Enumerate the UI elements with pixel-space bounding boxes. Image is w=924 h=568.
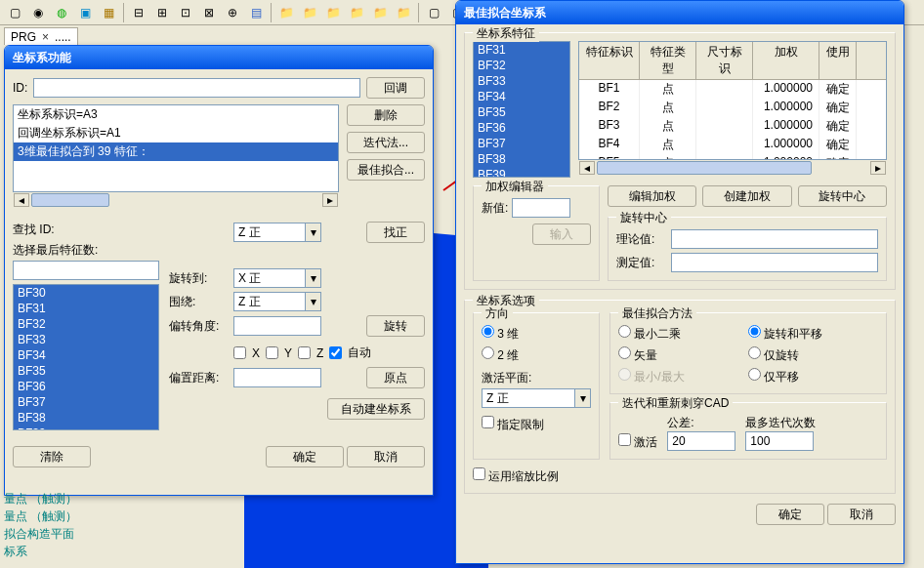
id-input[interactable]: [33, 78, 360, 98]
chk-limit[interactable]: [482, 416, 494, 428]
log-line[interactable]: 拟合构造平面: [4, 525, 77, 543]
list-item[interactable]: BF35: [474, 104, 569, 120]
table-header[interactable]: 加权: [753, 42, 819, 79]
table-row[interactable]: BF4点1.000000确定: [579, 136, 886, 154]
list-item[interactable]: BF34: [14, 347, 158, 363]
table-row[interactable]: BF3点1.000000确定: [579, 117, 886, 136]
radio-3d[interactable]: [482, 325, 494, 338]
origin-button[interactable]: 原点: [366, 367, 425, 388]
tol-input[interactable]: [667, 431, 735, 451]
tb-droplet-icon[interactable]: ◉: [27, 2, 49, 23]
delete-button[interactable]: 删除: [347, 104, 425, 126]
recall-button[interactable]: 回调: [366, 77, 425, 99]
list-item[interactable]: BF32: [474, 58, 569, 73]
find-align-button[interactable]: 找正: [366, 222, 425, 243]
tb-e5-icon[interactable]: ⊕: [222, 2, 243, 23]
lastn-input[interactable]: [13, 261, 159, 280]
list-item[interactable]: BF31: [14, 301, 158, 316]
tb-prism-icon[interactable]: ◍: [51, 2, 72, 23]
chk-iter-active[interactable]: [618, 433, 631, 446]
chk-x[interactable]: [233, 346, 246, 359]
log-line[interactable]: 量点 （触测）: [4, 490, 77, 507]
radio-rotonly[interactable]: [748, 346, 761, 359]
log-listbox[interactable]: 坐标系标识=A3 回调坐标系标识=A1 3维最佳拟合到 39 特征：: [13, 104, 339, 192]
list-item[interactable]: BF38: [14, 410, 158, 426]
tb-f5-icon[interactable]: 📁: [369, 2, 391, 23]
autobuild-button[interactable]: 自动建坐标系: [327, 398, 425, 420]
dlg1-titlebar[interactable]: 坐标系功能: [5, 46, 433, 69]
tb-box-icon[interactable]: ▣: [74, 2, 96, 23]
radio-2d[interactable]: [482, 346, 494, 359]
table-header[interactable]: 特征标识: [579, 42, 640, 79]
radio-vec[interactable]: [618, 346, 631, 359]
measured-input[interactable]: [671, 253, 878, 272]
rot-center-button[interactable]: 旋转中心: [798, 185, 887, 207]
table-hscroll[interactable]: ◂▸: [578, 160, 887, 176]
chk-auto[interactable]: [329, 346, 342, 359]
tb-f4-icon[interactable]: 📁: [346, 2, 367, 23]
dlg1-cancel-button[interactable]: 取消: [347, 446, 425, 467]
z-plane-combo[interactable]: Z 正▾: [482, 388, 591, 408]
table-row[interactable]: BF1点1.000000确定: [579, 80, 886, 99]
offset-dist-input[interactable]: [233, 368, 321, 387]
list-item[interactable]: BF36: [474, 120, 569, 136]
new-value-input[interactable]: [512, 198, 570, 218]
tb-f1-icon[interactable]: 📁: [275, 2, 297, 23]
list-item[interactable]: BF33: [14, 332, 158, 347]
tb-f2-icon[interactable]: 📁: [299, 2, 320, 23]
list-item[interactable]: BF36: [14, 379, 158, 394]
file-tab[interactable]: PRG × .....: [4, 27, 78, 45]
edit-weight-button[interactable]: 编辑加权: [608, 185, 696, 207]
close-tab-icon[interactable]: ×: [42, 30, 49, 44]
list-item[interactable]: BF37: [474, 136, 569, 151]
list-item[interactable]: BF30: [14, 285, 158, 301]
list-item[interactable]: BF31: [474, 42, 569, 58]
table-header[interactable]: 特征类型: [640, 42, 696, 79]
x-axis-combo[interactable]: X 正▾: [233, 268, 321, 288]
create-weight-button[interactable]: 创建加权: [702, 185, 791, 207]
tb-e3-icon[interactable]: ⊡: [175, 2, 196, 23]
table-header[interactable]: 使用: [819, 42, 857, 79]
chk-scale[interactable]: [473, 467, 485, 480]
tb-e1-icon[interactable]: ⊟: [128, 2, 149, 23]
radio-rottrans[interactable]: [748, 325, 761, 338]
list-item[interactable]: BF37: [14, 394, 158, 410]
list-item[interactable]: BF38: [474, 151, 569, 167]
dlg2-cancel-button[interactable]: 取消: [827, 504, 896, 525]
rotate-button[interactable]: 旋转: [366, 315, 425, 337]
bf-listbox[interactable]: BF30BF31BF32BF33BF34BF35BF36BF37BF38BF39: [13, 284, 159, 430]
list-item[interactable]: BF34: [474, 89, 569, 104]
radio-lsq[interactable]: [618, 325, 631, 338]
feature-table[interactable]: 特征标识特征类型尺寸标识加权使用 BF1点1.000000确定BF2点1.000…: [578, 41, 887, 160]
list-item[interactable]: BF33: [474, 73, 569, 89]
tb-ruler-icon[interactable]: ▦: [98, 2, 119, 23]
list-item[interactable]: BF39: [14, 426, 158, 430]
log-hscroll[interactable]: ◂▸: [13, 192, 339, 208]
input-button[interactable]: 输入: [532, 223, 591, 245]
clear-button[interactable]: 清除: [13, 446, 91, 467]
dlg1-ok-button[interactable]: 确定: [266, 446, 344, 467]
feature-listbox[interactable]: BF31BF32BF33BF34BF35BF36BF37BF38BF39: [473, 41, 570, 178]
table-header[interactable]: 尺寸标识: [696, 42, 753, 79]
list-item[interactable]: BF32: [14, 316, 158, 332]
list-item[interactable]: BF35: [14, 363, 158, 379]
log-line[interactable]: 量点 （触测）: [4, 507, 77, 525]
radio-transonly[interactable]: [748, 368, 761, 381]
list-item[interactable]: BF39: [474, 167, 569, 178]
tb-e2-icon[interactable]: ⊞: [151, 2, 173, 23]
tb-b1-icon[interactable]: ▢: [423, 2, 444, 23]
maxiter-input[interactable]: [745, 431, 814, 451]
iterate-button[interactable]: 迭代法...: [347, 132, 425, 153]
z-axis-combo[interactable]: Z 正▾: [233, 223, 321, 242]
dlg2-titlebar[interactable]: 最佳拟合坐标系: [456, 1, 903, 24]
tb-e4-icon[interactable]: ⊠: [198, 2, 220, 23]
log-line[interactable]: 标系: [4, 543, 77, 560]
tb-grid-icon[interactable]: ▤: [245, 2, 267, 23]
tb-cube-icon[interactable]: ▢: [4, 2, 25, 23]
table-row[interactable]: BF2点1.000000确定: [579, 99, 886, 117]
chk-y[interactable]: [266, 346, 278, 359]
chk-z[interactable]: [298, 346, 311, 359]
dlg2-ok-button[interactable]: 确定: [756, 504, 824, 525]
tb-f3-icon[interactable]: 📁: [322, 2, 344, 23]
theory-input[interactable]: [671, 229, 878, 249]
